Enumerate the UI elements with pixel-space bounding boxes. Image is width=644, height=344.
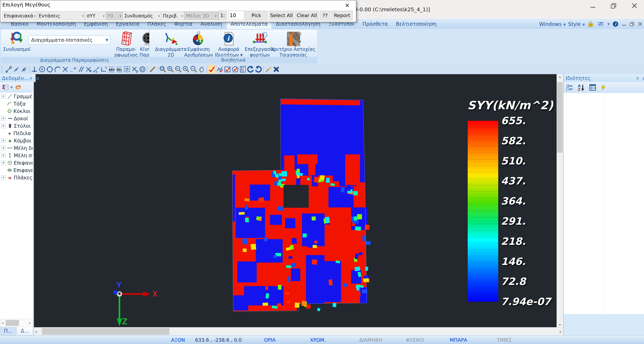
zoom-in-icon[interactable] [182, 65, 190, 73]
canvas-vscrollbar[interactable]: ⌃ ⌄ [556, 74, 563, 327]
status-ΔΙΑΜΗΚΗ[interactable]: ΔΙΑΜΗΚΗ [359, 337, 382, 343]
expand-icon[interactable]: + [1, 160, 6, 165]
status-ΟΡΙΑ[interactable]: ΟΡΙΑ [264, 337, 276, 343]
snap-endpoint-icon[interactable] [5, 65, 12, 73]
flag-dropdown-icon[interactable]: ▼ [608, 22, 610, 26]
status-ΧΡΩΜ.[interactable]: ΧΡΩΜ. [310, 337, 326, 343]
minimize-icon[interactable] [589, 2, 596, 10]
status-ΑΞΟΝ[interactable]: ΑΞΟΝ [171, 337, 185, 343]
ribbon-button-masonry[interactable]: Κριτήριο ΑστοχίαςΤοιχοποιίας [279, 31, 308, 58]
categorized-view-icon[interactable]: ✦ [566, 84, 574, 91]
select-polygon-icon[interactable] [231, 65, 239, 73]
close-icon[interactable] [642, 76, 644, 80]
hscroll-thumb[interactable] [42, 328, 170, 335]
dialog-button-Report[interactable]: Report [332, 11, 352, 20]
expand-icon[interactable]: + [1, 175, 6, 180]
pin-icon[interactable] [29, 76, 33, 80]
tree-item-Στύλοι[interactable]: +Στύλοι [0, 122, 32, 130]
dialog-combobox-Εντάσεις[interactable]: Εντάσεις∨ [37, 12, 86, 20]
property-grid[interactable] [564, 93, 644, 314]
tree-item-Τόξα[interactable]: Τόξα [0, 100, 32, 108]
undo-icon[interactable] [247, 65, 254, 73]
select-window-icon[interactable] [224, 65, 231, 73]
dialog-button-??[interactable]: ?? [320, 11, 330, 20]
tree-hscrollbar[interactable]: ‹ › [1, 319, 32, 327]
expand-icon[interactable]: + [1, 94, 6, 99]
status-ΦΥΣΙΚΟ[interactable]: ΦΥΣΙΚΟ [406, 337, 424, 343]
expand-icon[interactable]: + [1, 146, 6, 150]
dialog-combobox-Επιφανειακά[interactable]: Επιφανειακά∨ [2, 12, 38, 20]
tree-item-Μέλη δοκών[interactable]: +Μέλη δοκών [0, 144, 32, 152]
snap-ortho-icon[interactable] [100, 65, 108, 73]
diagram-type-combobox[interactable]: Διαγράμματα-Ισοτασικές▼ [29, 36, 110, 44]
coords-rel-icon[interactable]: REL [116, 65, 123, 73]
tab-Πρόσθετα[interactable]: Πρόσθετα [358, 19, 392, 29]
chevron-down-icon[interactable]: ▼ [10, 86, 13, 89]
snap-tangent-icon[interactable] [54, 65, 62, 73]
info-icon[interactable]: i [612, 21, 619, 27]
match-brush-icon[interactable] [265, 65, 272, 73]
refresh-icon[interactable] [14, 84, 22, 91]
snap-polar-icon[interactable]: φ [92, 65, 100, 73]
snap-quadrant-icon[interactable] [46, 65, 54, 73]
tree-item-Μέλη στύλων[interactable]: +Μέλη στύλων [0, 152, 32, 159]
dialog-button-Select All[interactable]: Select All [269, 11, 294, 20]
snap-perpendicular-icon[interactable] [30, 65, 38, 73]
ribbon-minimize-icon[interactable] [621, 21, 627, 27]
status-ΤΙΜΕΣ[interactable]: ΤΙΜΕΣ [497, 337, 512, 343]
restore-icon[interactable] [610, 2, 617, 10]
snap-intersection-icon[interactable] [62, 65, 69, 73]
deselect-all-icon[interactable] [272, 65, 280, 73]
tree-item-Δοκοί[interactable]: +Δοκοί [0, 115, 32, 122]
ribbon-close-icon[interactable] [637, 21, 643, 27]
scale-input[interactable]: 10 [228, 11, 244, 20]
scroll-left-icon[interactable]: ‹ [2, 320, 4, 326]
ribbon-button-report[interactable]: iΑναφοράΙδιοτήτων ▾ [214, 31, 244, 58]
expand-icon[interactable]: + [1, 138, 6, 143]
pin-icon[interactable] [635, 76, 640, 80]
dialog-close-icon[interactable]: ✕ [342, 2, 352, 9]
snap-none-icon[interactable] [131, 65, 138, 73]
dialog-combobox-Συνδυασμός[interactable]: Συνδυασμός∨ [122, 12, 162, 20]
zoom-out-icon[interactable] [190, 65, 198, 73]
dialog-combobox-σΥΥ[interactable]: σΥΥ∨ [85, 12, 106, 20]
sum-table-icon[interactable]: Σ [1, 84, 9, 91]
property-pages-icon[interactable] [589, 84, 596, 91]
tab-Βελτιστοποίηση[interactable]: Βελτιστοποίηση [392, 19, 440, 29]
greek-flag-icon[interactable] [596, 21, 605, 27]
canvas-hscrollbar[interactable]: ‹ › [34, 327, 563, 336]
dialog-combobox-Περιβ.[interactable]: Περιβ.∨ [161, 12, 185, 20]
toolbar-grip[interactable] [2, 66, 4, 73]
lock-icon[interactable] [587, 21, 594, 27]
snap-insert-icon[interactable] [69, 65, 77, 73]
select-fence-icon[interactable] [216, 65, 224, 73]
status-ΜΠΑΡΑ[interactable]: ΜΠΑΡΑ [450, 337, 467, 343]
dialog-button-Pick[interactable]: Pick [245, 11, 268, 20]
scroll-left-icon[interactable]: ‹ [35, 329, 37, 334]
ribbon-button-loads[interactable]: Επεξεργασίαφορτίων [245, 31, 274, 58]
expand-icon[interactable]: + [1, 153, 6, 158]
osnap-settings-icon[interactable] [123, 65, 131, 73]
scroll-right-icon[interactable]: › [559, 329, 561, 334]
ribbon-button-diag2d[interactable]: Διαγράμματα2D [156, 31, 186, 58]
tree-item-Πέδιλα[interactable]: Πέδιλα [0, 130, 32, 137]
windows-menu[interactable]: Windows ▼ [539, 21, 566, 27]
combinations-button[interactable]: Συνδυασμοί [6, 31, 28, 52]
close-icon[interactable] [631, 2, 638, 10]
expand-icon[interactable]: + [1, 124, 6, 128]
tree-item-Επιφανειακά[interactable]: Επιφανειακά [0, 166, 32, 174]
tree-hscroll-thumb[interactable] [6, 320, 19, 326]
ribbon-restore-icon[interactable] [629, 21, 635, 27]
scroll-down-icon[interactable]: ⌄ [556, 321, 563, 326]
coords-abs-icon[interactable]: ABS [108, 65, 116, 73]
select-check-icon[interactable] [208, 65, 216, 74]
tree-item-Κύκλοι[interactable]: Κύκλοι [0, 108, 32, 115]
tree-item-Πλάκες[interactable]: +Πλάκες [0, 174, 32, 181]
snap-midpoint-icon[interactable] [12, 65, 20, 73]
snap-parallel-icon[interactable] [77, 65, 84, 73]
redo-icon[interactable] [254, 65, 262, 73]
snap-filter-icon[interactable] [138, 65, 146, 73]
snap-nearest-icon[interactable] [20, 65, 28, 73]
scroll-up-icon[interactable]: ⌃ [556, 76, 563, 82]
tab-data-collapsed[interactable]: Δ... [17, 327, 33, 335]
